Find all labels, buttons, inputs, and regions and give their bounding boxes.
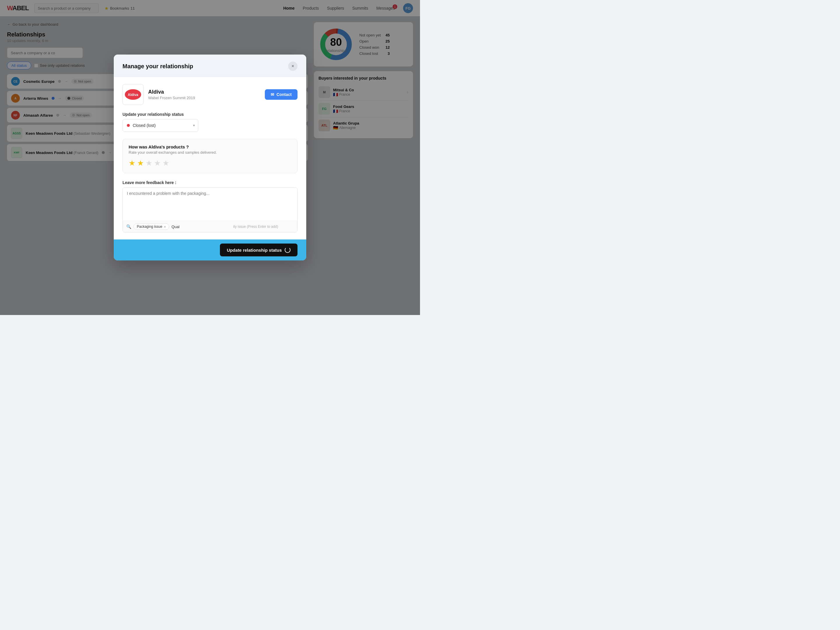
tag-input-current: Qual [172,224,179,229]
rating-title: How was Aldiva's products ? [129,144,291,149]
modal-body: Aldiva Aldiva Wabel Frozen Summit 2019 ✉… [114,77,306,240]
closed-dot-icon [127,124,130,127]
feedback-textarea[interactable] [123,188,297,219]
star-5[interactable]: ★ [163,159,169,168]
tag-packaging-issue: Packaging issue × [134,223,169,230]
company-name: Aldiva [148,89,260,95]
status-select-wrapper: Closed (lost) ▾ [123,119,198,132]
star-2[interactable]: ★ [137,159,144,168]
rating-subtitle: Rate your overall exchanges and samples … [129,150,291,155]
feedback-section: Leave more feedback here : 🔍 Packaging i… [123,180,297,232]
svg-text:Aldiva: Aldiva [128,93,138,97]
tag-remove-btn[interactable]: × [164,225,166,229]
manage-relationship-modal: Manage your relationship × Aldiva Aldiva… [114,55,306,261]
company-subtitle: Wabel Frozen Summit 2019 [148,96,260,100]
feedback-box: 🔍 Packaging issue × Qual ity issue (Pres… [123,187,297,232]
tag-hint: ity issue (Press Enter to add) [233,224,278,229]
update-relationship-button[interactable]: Update relationship status [220,243,297,256]
star-3[interactable]: ★ [145,159,152,168]
tag-input[interactable] [182,224,231,229]
mail-icon: ✉ [271,92,274,97]
contact-button[interactable]: ✉ Contact [265,89,297,100]
modal-header: Manage your relationship × [114,55,306,77]
close-button[interactable]: × [288,62,297,71]
rating-section: How was Aldiva's products ? Rate your ov… [123,139,297,173]
company-logo: Aldiva [123,84,144,105]
modal-footer: Update relationship status [114,240,306,261]
modal-overlay: Manage your relationship × Aldiva Aldiva… [0,0,420,315]
stars-row: ★ ★ ★ ★ ★ [129,159,291,168]
star-1[interactable]: ★ [129,159,135,168]
status-label: Update your relationship status [123,112,297,117]
company-info: Aldiva Wabel Frozen Summit 2019 [148,89,260,100]
feedback-label: Leave more feedback here : [123,180,297,185]
search-icon: 🔍 [126,224,131,229]
modal-title: Manage your relationship [123,63,193,70]
status-section: Update your relationship status Closed (… [123,112,297,132]
aldiva-logo-svg: Aldiva [124,88,142,100]
feedback-tags-row: 🔍 Packaging issue × Qual ity issue (Pres… [123,221,297,232]
status-select[interactable]: Closed (lost) [123,119,198,132]
company-row: Aldiva Aldiva Wabel Frozen Summit 2019 ✉… [123,84,297,105]
refresh-icon [285,247,291,253]
star-4[interactable]: ★ [154,159,161,168]
